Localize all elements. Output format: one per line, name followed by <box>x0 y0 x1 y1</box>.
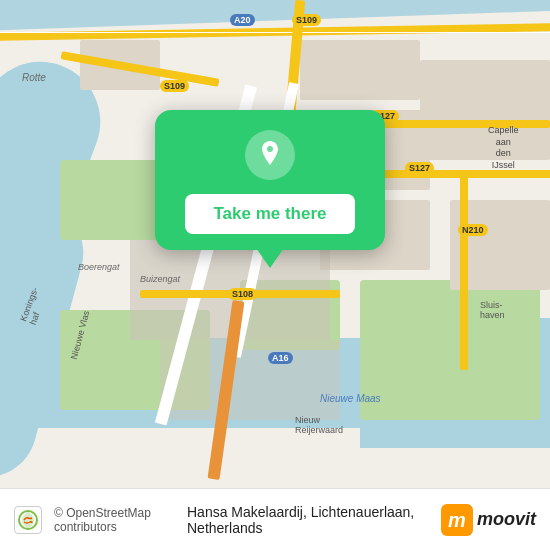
label-boerengat: Boerengat <box>78 262 120 272</box>
label-n210: N210 <box>458 224 488 236</box>
popup-card: Take me there <box>155 110 385 250</box>
label-nieuwe-maas: Nieuwe Maas <box>320 393 381 404</box>
pin-icon <box>256 141 284 169</box>
park-right <box>360 280 540 420</box>
map-container: A20 S109 S109 S127 S127 S108 A16 N210 Ro… <box>0 0 550 488</box>
label-rotte: Rotte <box>22 72 46 83</box>
bottom-bar: © OpenStreetMap contributors Hansa Makel… <box>0 488 550 550</box>
label-reijerwaard: NieuwReijerwaard <box>295 415 343 435</box>
location-label: Hansa Makelaardij, Lichtenauerlaan, Neth… <box>187 504 429 536</box>
label-s109-2: S109 <box>160 80 189 92</box>
moovit-logo: m moovit <box>441 504 536 536</box>
industrial2 <box>160 340 340 420</box>
label-sluishaven: Sluis-haven <box>480 300 505 320</box>
label-a20: A20 <box>230 14 255 26</box>
label-s108: S108 <box>228 288 257 300</box>
take-me-there-button[interactable]: Take me there <box>185 194 354 234</box>
label-s127-2: S127 <box>405 162 434 174</box>
label-buizengat: Buizengat <box>140 274 180 284</box>
osm-logo <box>14 506 42 534</box>
pin-svg <box>258 141 282 169</box>
moovit-icon-box: m <box>441 504 473 536</box>
road-a20-line <box>0 32 550 33</box>
osm-attribution-text: © OpenStreetMap contributors <box>54 506 175 534</box>
moovit-m-letter: m <box>448 510 466 530</box>
label-a16: A16 <box>268 352 293 364</box>
pin-circle <box>245 130 295 180</box>
label-capelle: CapelleaandenIJssel <box>488 125 519 172</box>
road-n210 <box>460 170 468 370</box>
block2 <box>300 40 420 100</box>
label-s109-1: S109 <box>292 14 321 26</box>
app: A20 S109 S109 S127 S127 S108 A16 N210 Ro… <box>0 0 550 550</box>
moovit-brand-text: moovit <box>477 509 536 530</box>
block6 <box>420 60 550 160</box>
osm-icon <box>18 510 38 530</box>
